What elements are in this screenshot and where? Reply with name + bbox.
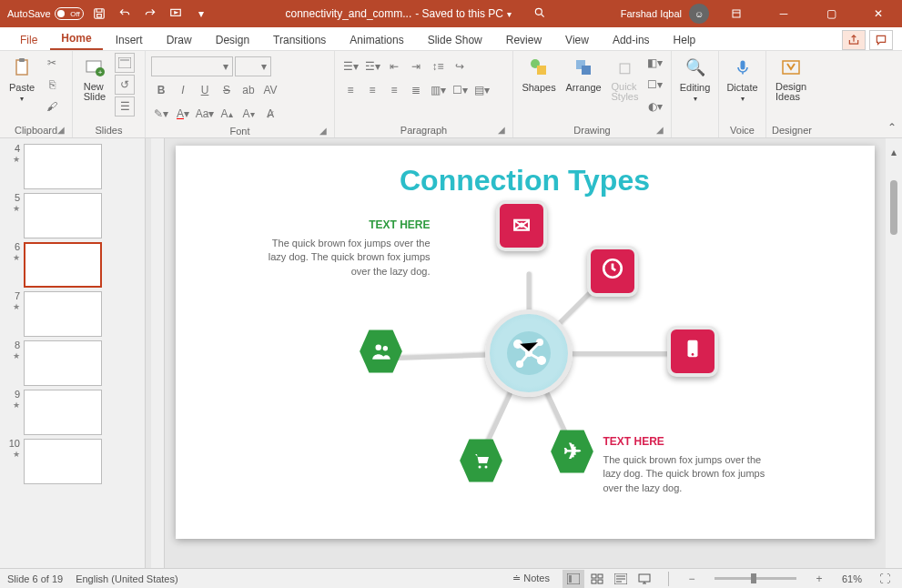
user-avatar[interactable]: ☺ bbox=[689, 4, 709, 24]
line-spacing-icon[interactable]: ↕≡ bbox=[428, 56, 448, 76]
node-phone[interactable] bbox=[667, 326, 718, 377]
paste-button[interactable]: Paste▾ bbox=[5, 53, 38, 105]
search-icon[interactable] bbox=[533, 6, 546, 22]
vertical-scrollbar[interactable]: ▴ bbox=[886, 138, 902, 568]
drawing-launcher-icon[interactable]: ◢ bbox=[654, 125, 665, 136]
align-text-icon[interactable]: ☐▾ bbox=[450, 80, 470, 100]
zoom-in-button[interactable]: + bbox=[809, 569, 829, 589]
collapse-ribbon-icon[interactable]: ⌃ bbox=[887, 121, 897, 134]
numbering-icon[interactable]: ☲▾ bbox=[362, 56, 382, 76]
change-case-icon[interactable]: Aa▾ bbox=[195, 104, 215, 124]
bullets-icon[interactable]: ☰▾ bbox=[340, 56, 360, 76]
redo-icon[interactable] bbox=[140, 4, 160, 24]
underline-button[interactable]: U bbox=[195, 80, 215, 100]
reading-view-icon[interactable] bbox=[610, 570, 632, 588]
tab-design[interactable]: Design bbox=[205, 30, 260, 50]
arrange-button[interactable]: Arrange bbox=[562, 53, 604, 95]
editing-button[interactable]: 🔍Editing▾ bbox=[677, 53, 713, 105]
ribbon-display-icon[interactable] bbox=[716, 0, 756, 27]
scroll-up-icon[interactable]: ▴ bbox=[884, 142, 902, 162]
thumbnail-7[interactable]: 7★ bbox=[0, 289, 145, 339]
dictate-button[interactable]: Dictate▾ bbox=[725, 53, 760, 105]
slide-counter[interactable]: Slide 6 of 19 bbox=[7, 573, 63, 584]
design-ideas-button[interactable]: Design Ideas bbox=[772, 53, 810, 104]
slide[interactable]: Connection Types TEXT HERE The quick bro… bbox=[176, 146, 875, 539]
shapes-button[interactable]: Shapes bbox=[519, 53, 559, 95]
zoom-level[interactable]: 61% bbox=[842, 573, 862, 584]
decrease-font-icon[interactable]: A▾ bbox=[238, 104, 258, 124]
qat-dropdown-icon[interactable]: ▾ bbox=[191, 4, 211, 24]
italic-button[interactable]: I bbox=[173, 80, 193, 100]
character-spacing-icon[interactable]: AV bbox=[260, 80, 280, 100]
font-launcher-icon[interactable]: ◢ bbox=[318, 126, 329, 137]
node-email[interactable]: ✉ bbox=[496, 200, 547, 251]
language-status[interactable]: English (United States) bbox=[76, 573, 178, 584]
thumbnail-8[interactable]: 8★ bbox=[0, 339, 145, 388]
highlight-icon[interactable]: ✎▾ bbox=[151, 104, 171, 124]
justify-icon[interactable]: ≣ bbox=[406, 80, 426, 100]
undo-icon[interactable] bbox=[115, 4, 135, 24]
scroll-thumb[interactable] bbox=[890, 180, 897, 235]
shape-outline-icon[interactable]: ☐▾ bbox=[645, 75, 665, 95]
thumbnail-4[interactable]: 4★ bbox=[0, 142, 145, 191]
title-dropdown-icon[interactable]: ▾ bbox=[507, 9, 512, 19]
tab-help[interactable]: Help bbox=[663, 30, 707, 50]
tab-slideshow[interactable]: Slide Show bbox=[417, 30, 493, 50]
font-family-select[interactable]: ▾ bbox=[151, 56, 233, 76]
right-text-block[interactable]: TEXT HERE The quick brown fox jumps over… bbox=[603, 435, 767, 495]
tab-addins[interactable]: Add-ins bbox=[602, 30, 661, 50]
slide-canvas-area[interactable]: Connection Types TEXT HERE The quick bro… bbox=[146, 138, 886, 568]
shape-effects-icon[interactable]: ◐▾ bbox=[645, 96, 665, 117]
thumbnail-6[interactable]: 6★ bbox=[0, 240, 145, 289]
paragraph-launcher-icon[interactable]: ◢ bbox=[496, 125, 507, 136]
node-plane[interactable]: ✈ bbox=[549, 428, 596, 475]
text-direction-icon[interactable]: ↪ bbox=[450, 56, 470, 76]
format-painter-icon[interactable]: 🖌 bbox=[42, 96, 62, 117]
tab-insert[interactable]: Insert bbox=[105, 30, 154, 50]
autosave-toggle[interactable]: AutoSave Off bbox=[7, 7, 84, 20]
increase-indent-icon[interactable]: ⇥ bbox=[406, 56, 426, 76]
autosave-pill[interactable]: Off bbox=[55, 7, 84, 20]
new-slide-button[interactable]: + New Slide bbox=[78, 53, 111, 104]
share-button[interactable] bbox=[842, 30, 866, 50]
bold-button[interactable]: B bbox=[151, 80, 171, 100]
shape-fill-icon[interactable]: ◧▾ bbox=[645, 53, 665, 73]
user-name-label[interactable]: Farshad Iqbal bbox=[621, 8, 682, 19]
cut-icon[interactable]: ✂ bbox=[42, 53, 62, 73]
copy-icon[interactable]: ⎘ bbox=[42, 75, 62, 95]
tab-review[interactable]: Review bbox=[495, 30, 552, 50]
zoom-slider[interactable] bbox=[715, 577, 796, 580]
sorter-view-icon[interactable] bbox=[586, 570, 608, 588]
align-right-icon[interactable]: ≡ bbox=[384, 80, 404, 100]
maximize-button[interactable]: ▢ bbox=[811, 0, 851, 27]
thumbnail-9[interactable]: 9★ bbox=[0, 388, 145, 437]
left-text-block[interactable]: TEXT HERE The quick brown fox jumps over… bbox=[267, 218, 431, 279]
thumbnail-5[interactable]: 5★ bbox=[0, 191, 145, 240]
tab-home[interactable]: Home bbox=[50, 28, 102, 50]
font-color-icon[interactable]: A▾ bbox=[173, 104, 193, 124]
align-center-icon[interactable]: ≡ bbox=[362, 80, 382, 100]
quick-styles-button[interactable]: ◻Quick Styles bbox=[608, 53, 642, 104]
section-icon[interactable]: ☰ bbox=[115, 96, 135, 117]
save-icon[interactable] bbox=[89, 4, 109, 24]
strikethrough-button[interactable]: S bbox=[217, 80, 237, 100]
fit-to-window-icon[interactable]: ⛶ bbox=[875, 569, 895, 589]
slideshow-view-icon[interactable] bbox=[633, 570, 655, 588]
normal-view-icon[interactable] bbox=[562, 570, 584, 588]
tab-draw[interactable]: Draw bbox=[156, 30, 203, 50]
smartart-icon[interactable]: ▤▾ bbox=[471, 80, 492, 100]
thumbnail-10[interactable]: 10★ bbox=[0, 437, 145, 486]
tab-file[interactable]: File bbox=[9, 30, 48, 50]
align-left-icon[interactable]: ≡ bbox=[340, 80, 360, 100]
decrease-indent-icon[interactable]: ⇤ bbox=[384, 56, 404, 76]
node-cart[interactable] bbox=[458, 437, 505, 484]
central-hub[interactable] bbox=[485, 309, 573, 397]
tab-transitions[interactable]: Transitions bbox=[262, 30, 337, 50]
shadow-button[interactable]: ab bbox=[238, 80, 258, 100]
present-from-start-icon[interactable] bbox=[166, 4, 186, 24]
slide-thumbnail-panel[interactable]: 4★ 5★ 6★ 7★ 8★ 9★ 10★ bbox=[0, 138, 146, 568]
slide-title[interactable]: Connection Types bbox=[176, 164, 875, 198]
minimize-button[interactable]: ─ bbox=[764, 0, 804, 27]
notes-button[interactable]: ≐ Notes bbox=[512, 573, 550, 584]
clear-formatting-icon[interactable]: A̷ bbox=[260, 104, 280, 124]
